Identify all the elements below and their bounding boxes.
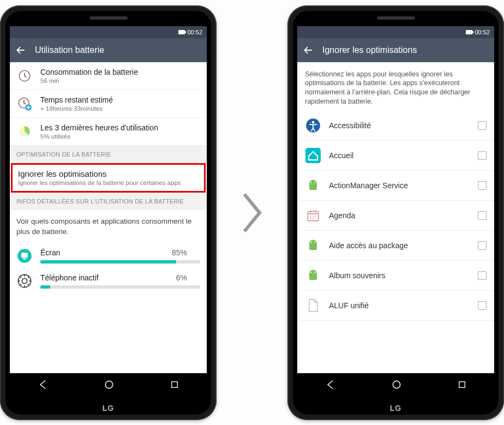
app-row-agenda[interactable]: Agenda [297,201,494,231]
nav-home-icon[interactable] [391,379,402,390]
nav-recent-icon[interactable] [170,380,179,390]
nav-recent-icon[interactable] [457,380,467,390]
checkbox[interactable] [478,211,487,220]
app-name: Album souvenirs [329,271,470,280]
checkbox[interactable] [478,241,487,250]
phone-logo: LG [5,400,211,415]
app-row-home[interactable]: Accueil [297,141,494,171]
clock-plus-icon [16,95,33,112]
battery-icon [178,30,185,34]
content-left: Consommation de la batterie 56 min Temps… [10,62,207,373]
svg-rect-22 [459,381,465,387]
svg-point-14 [310,182,311,183]
checkbox[interactable] [478,121,487,130]
app-row-package-help[interactable]: Aide accès au package [297,231,494,261]
svg-point-19 [310,272,311,273]
gear-icon [16,273,33,289]
android-icon [305,267,321,284]
app-name: Agenda [329,211,470,220]
battery-consumption-row[interactable]: Consommation de la batterie 56 min [10,62,207,90]
row-sub: 56 min [40,77,200,84]
content-right: Sélectionnez les apps pour lesquelles ig… [297,62,494,373]
svg-point-12 [312,121,315,124]
back-icon[interactable] [15,45,26,56]
svg-point-15 [314,182,315,183]
app-name: Aide accès au package [329,241,470,250]
usage-pct: 6% [176,273,187,282]
app-row-aluf[interactable]: ALUF unifié [297,291,494,321]
time-remaining-row[interactable]: Temps restant estimé + 18heures 33minute… [10,90,207,118]
svg-rect-10 [171,381,177,387]
transition-arrow-icon [238,191,266,235]
nav-bar [297,373,494,396]
android-icon [305,237,321,254]
svg-point-8 [22,278,27,283]
ignore-optimizations-item[interactable]: Ignorer les optimisations Ignorer les op… [11,163,206,193]
row-sub: 5% utilisés [40,133,200,140]
section-details: INFOS DÉTAILLÉES SUR L'UTILISATION DE LA… [10,193,207,210]
phone-logo: LG [293,400,499,415]
battery-icon [466,30,472,34]
usage-name: Téléphone inactif [40,273,99,282]
app-name: Accueil [329,151,470,160]
android-icon [305,177,321,194]
row-title: Les 3 dernières heures d'utilisation [40,123,200,132]
usage-screen[interactable]: Écran 85% [10,243,207,268]
usage-bar [40,260,200,264]
status-time: 00:52 [187,29,202,35]
page-title: Ignorer les optimisations [322,45,417,55]
phone-left: 00:52 Utilisation batterie Consommation … [0,5,217,420]
status-time: 00:52 [475,29,490,35]
usage-idle[interactable]: Téléphone inactif 6% [10,268,207,294]
checkbox[interactable] [478,151,487,160]
svg-rect-5 [21,253,28,258]
app-row-actionmanager[interactable]: ActionManager Service [297,171,494,201]
speaker [89,16,128,20]
accessibility-icon [305,117,321,134]
phone-right: 00:52 Ignorer les optimisations Sélectio… [287,5,504,420]
row-title: Temps restant estimé [40,95,200,104]
back-icon[interactable] [303,45,314,56]
app-name: ALUF unifié [329,301,470,310]
svg-point-20 [314,272,315,273]
app-row-accessibility[interactable]: Accessibilité [297,111,494,141]
svg-point-18 [314,242,315,243]
row-title: Consommation de la batterie [40,68,200,76]
usage-name: Écran [40,248,61,257]
app-row-album[interactable]: Album souvenirs [297,261,494,291]
app-bar: Utilisation batterie [10,38,207,62]
svg-rect-13 [305,148,321,163]
checkbox[interactable] [478,181,487,190]
row-sub: + 18heures 33minutes [40,105,200,112]
checkbox[interactable] [478,271,487,280]
svg-rect-6 [23,258,26,259]
nav-back-icon[interactable] [38,379,49,390]
nav-back-icon[interactable] [325,379,336,390]
ignore-title: Ignorer les optimisations [18,169,199,178]
calendar-icon [305,207,321,224]
svg-point-17 [310,242,311,243]
last-hours-row[interactable]: Les 3 dernières heures d'utilisation 5% … [10,118,207,146]
usage-pct: 85% [172,248,187,257]
status-bar: 00:52 [297,26,494,38]
app-bar: Ignorer les optimisations [297,38,494,62]
clock-icon [16,68,33,84]
app-name: ActionManager Service [329,181,470,190]
details-intro: Voir quels composants et applications co… [10,210,207,243]
nav-home-icon[interactable] [104,379,115,390]
nav-bar [10,373,207,396]
section-optimization: OPTIMISATION DE LA BATTERIE [10,146,207,163]
checkbox[interactable] [478,301,487,310]
speaker [377,16,415,20]
svg-point-9 [105,381,112,388]
ignore-sub: Ignorer les optimisations de la batterie… [18,179,199,187]
svg-point-21 [393,381,400,388]
home-icon [305,147,321,164]
pie-icon [16,123,33,140]
screen-icon [16,248,33,264]
app-name: Accessibilité [329,121,470,130]
page-title: Utilisation batterie [35,45,104,55]
status-bar: 00:52 [10,26,207,38]
document-icon [305,297,321,314]
description-text: Sélectionnez les apps pour lesquelles ig… [297,62,494,111]
